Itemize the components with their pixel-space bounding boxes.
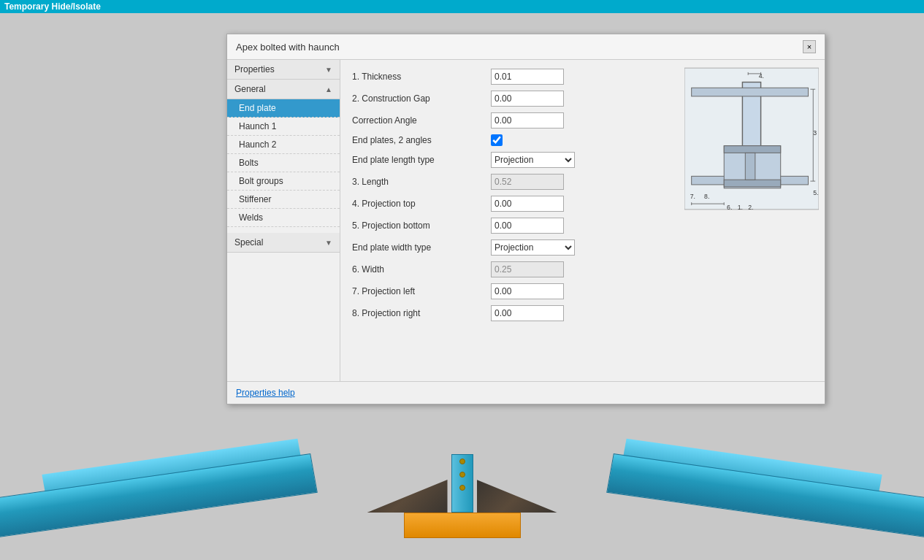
dialog: Apex bolted with haunch × Properties ▼ G… (226, 34, 825, 404)
row-projection-bottom: 5. Projection bottom (352, 218, 667, 234)
input-correction-angle[interactable] (491, 112, 564, 129)
input-thickness[interactable] (491, 69, 564, 85)
label-thickness: 1. Thickness (352, 72, 491, 82)
row-thickness: 1. Thickness (352, 69, 667, 85)
sidebar-item-bolts[interactable]: Bolts (227, 154, 340, 172)
svg-text:7.: 7. (690, 193, 695, 200)
input-projection-top[interactable] (491, 196, 564, 212)
label-projection-right: 8. Projection right (352, 308, 491, 318)
sidebar-item-haunch-2[interactable]: Haunch 2 (227, 136, 340, 154)
base-plate (404, 513, 521, 538)
sidebar-section-special-chevron: ▼ (325, 239, 332, 247)
label-end-plate-length-type: End plate length type (352, 155, 491, 165)
row-end-plates-2-angles: End plates, 2 angles (352, 134, 667, 146)
bolt-2 (459, 472, 465, 477)
label-projection-left: 7. Projection left (352, 286, 491, 296)
bolt-3 (459, 485, 465, 491)
bolt-row (459, 459, 465, 491)
svg-text:8.: 8. (704, 193, 709, 200)
sidebar-item-bolt-groups[interactable]: Bolt groups (227, 172, 340, 191)
input-projection-right[interactable] (491, 305, 564, 321)
row-length: 3. Length (352, 174, 667, 190)
row-projection-left: 7. Projection left (352, 283, 667, 299)
sidebar-section-special-label: Special (234, 237, 263, 248)
select-end-plate-width-type[interactable]: Projection Fixed Auto (491, 239, 575, 256)
svg-rect-12 (724, 180, 780, 187)
row-projection-top: 4. Projection top (352, 196, 667, 212)
row-construction-gap: 2. Construction Gap (352, 91, 667, 107)
properties-form: 1. Thickness 2. Construction Gap Correct… (340, 60, 679, 381)
sidebar-section-special[interactable]: Special ▼ (227, 233, 340, 253)
label-width: 6. Width (352, 264, 491, 275)
row-width: 6. Width (352, 261, 667, 277)
select-end-plate-length-type[interactable]: Projection Fixed Auto (491, 152, 575, 168)
sidebar-item-end-plate[interactable]: End plate (227, 99, 340, 118)
svg-rect-11 (724, 146, 780, 153)
top-bar-label: Temporary Hide/Isolate (4, 1, 101, 12)
dialog-close-button[interactable]: × (803, 40, 816, 53)
dialog-footer: Properties help (227, 381, 825, 404)
dialog-titlebar: Apex bolted with haunch × (227, 34, 825, 60)
viewport: Apex bolted with haunch × Properties ▼ G… (0, 13, 924, 560)
dialog-title: Apex bolted with haunch (236, 42, 340, 53)
sidebar-section-general-label: General (234, 84, 266, 94)
input-projection-bottom[interactable] (491, 218, 564, 234)
svg-text:3: 3 (813, 129, 817, 137)
sidebar-section-general-chevron: ▲ (325, 85, 332, 93)
label-projection-bottom: 5. Projection bottom (352, 220, 491, 231)
svg-text:1.: 1. (738, 204, 743, 211)
svg-text:2.: 2. (748, 204, 753, 211)
svg-text:6.: 6. (727, 204, 732, 211)
top-bar: Temporary Hide/Isolate (0, 0, 924, 13)
sidebar-item-stiffener[interactable]: Stiffener (227, 191, 340, 209)
label-projection-top: 4. Projection top (352, 199, 491, 209)
diagram-area: 4. 3 5. 7. 8. 6. 1. 2. (679, 60, 825, 381)
row-end-plate-length-type: End plate length type Projection Fixed A… (352, 152, 667, 168)
svg-text:4.: 4. (759, 72, 764, 80)
sidebar-section-general[interactable]: General ▲ (227, 80, 340, 99)
input-projection-left[interactable] (491, 283, 564, 299)
haunch-left (367, 480, 448, 513)
svg-text:5.: 5. (813, 189, 818, 196)
sidebar-item-welds[interactable]: Welds (227, 209, 340, 227)
row-correction-angle: Correction Angle (352, 112, 667, 129)
label-correction-angle: Correction Angle (352, 115, 491, 126)
label-construction-gap: 2. Construction Gap (352, 93, 491, 104)
checkbox-end-plates-2-angles[interactable] (491, 134, 503, 146)
input-construction-gap[interactable] (491, 91, 564, 107)
svg-rect-6 (692, 88, 809, 96)
label-length: 3. Length (352, 177, 491, 187)
sidebar-item-haunch-1[interactable]: Haunch 1 (227, 118, 340, 136)
haunch-right (477, 480, 557, 513)
diagram-svg: 4. 3 5. 7. 8. 6. 1. 2. (684, 66, 819, 212)
sidebar-section-properties[interactable]: Properties ▼ (227, 60, 340, 80)
sidebar: Properties ▼ General ▲ End plate Haunch … (227, 60, 340, 381)
row-projection-right: 8. Projection right (352, 305, 667, 321)
input-length (491, 174, 564, 190)
content-area: 1. Thickness 2. Construction Gap Correct… (340, 60, 825, 381)
svg-rect-13 (745, 153, 755, 180)
sidebar-section-properties-chevron: ▼ (325, 66, 332, 74)
dialog-body: Properties ▼ General ▲ End plate Haunch … (227, 60, 825, 381)
row-end-plate-width-type: End plate width type Projection Fixed Au… (352, 239, 667, 256)
properties-help-link[interactable]: Properties help (236, 388, 295, 398)
3d-scene (0, 392, 924, 560)
input-width (491, 261, 564, 277)
sidebar-section-properties-label: Properties (234, 64, 275, 74)
bolt-1 (459, 459, 465, 464)
label-end-plate-width-type: End plate width type (352, 242, 491, 253)
label-end-plates-2-angles: End plates, 2 angles (352, 135, 491, 145)
